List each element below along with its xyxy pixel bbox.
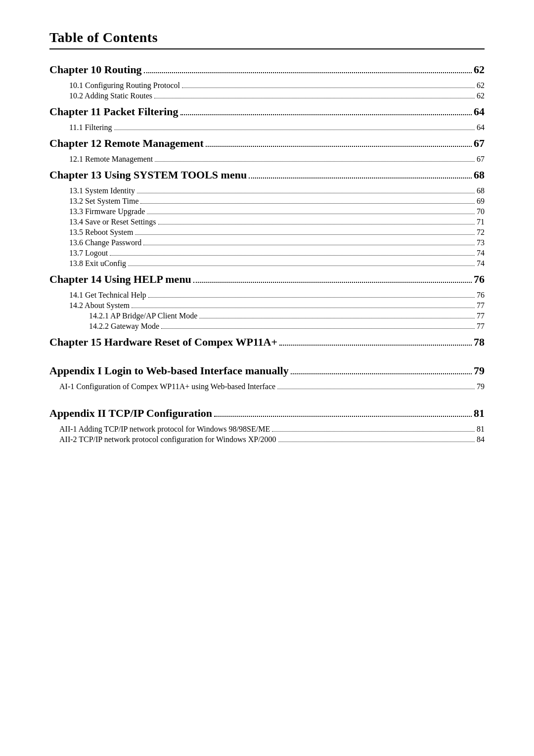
toc-item-page-13.5: 72 — [477, 228, 485, 237]
toc-item-14.2: 14.2 About System77 — [49, 301, 485, 310]
toc-item-page-14.2.2: 77 — [477, 322, 485, 331]
toc-item-label-10.1: 10.1 Configuring Routing Protocol — [69, 81, 180, 90]
chapter-label-ch12: Chapter 12 Remote Management — [49, 137, 204, 150]
toc-item-label-10.2: 10.2 Adding Static Routes — [69, 91, 152, 100]
toc-item-13.3: 13.3 Firmware Upgrade70 — [49, 207, 485, 216]
toc-item-label-13.1: 13.1 System Identity — [69, 186, 135, 195]
chapter-dots-ch14 — [193, 282, 472, 283]
toc-item-page-13.7: 74 — [477, 249, 485, 258]
toc-item-page-12.1: 67 — [477, 155, 485, 164]
toc-item-page-14.1: 76 — [477, 291, 485, 300]
toc-item-label-13.7: 13.7 Logout — [69, 249, 108, 258]
toc-item-13.8: 13.8 Exit uConfig74 — [49, 259, 485, 268]
appendix-page-appI: 79 — [474, 364, 485, 377]
toc-item-page-14.2: 77 — [477, 301, 485, 310]
toc-item-14.1: 14.1 Get Technical Help76 — [49, 291, 485, 300]
chapter-heading-ch12: Chapter 12 Remote Management67 — [49, 137, 485, 150]
toc-item-dots-14.2 — [132, 308, 475, 308]
toc-item-label-13.4: 13.4 Save or Reset Settings — [69, 218, 156, 226]
toc-item-dots-13.8 — [128, 266, 475, 266]
appendix-item-label-AII-1: AII-1 Adding TCP/IP network protocol for… — [59, 425, 270, 434]
toc-item-dots-14.2.2 — [161, 328, 475, 329]
chapter-dots-ch13 — [249, 178, 472, 178]
toc-item-11.1: 11.1 Filtering64 — [49, 123, 485, 132]
appendix-item-dots-AII-1 — [272, 431, 475, 432]
toc-item-page-14.2.1: 77 — [477, 311, 485, 320]
toc-item-page-10.2: 62 — [477, 91, 485, 100]
toc-item-label-13.3: 13.3 Firmware Upgrade — [69, 207, 145, 216]
toc-item-13.4: 13.4 Save or Reset Settings71 — [49, 218, 485, 226]
appendix-heading-appI: Appendix I Login to Web-based Interface … — [49, 364, 485, 377]
toc-item-13.6: 13.6 Change Password73 — [49, 238, 485, 247]
toc-item-dots-13.3 — [147, 214, 475, 214]
chapter-dots-ch11 — [180, 114, 472, 115]
toc-item-dots-13.7 — [110, 255, 475, 256]
chapter-page-ch11: 64 — [474, 105, 485, 118]
toc-item-dots-10.2 — [154, 98, 475, 98]
chapter-heading-ch14: Chapter 14 Using HELP menu76 — [49, 273, 485, 286]
appendix-item-label-AII-2: AII-2 TCP/IP network protocol configurat… — [59, 435, 276, 444]
appendix-item-dots-AII-2 — [278, 442, 475, 442]
toc-item-dots-13.1 — [137, 193, 475, 193]
appendix-heading-appII: Appendix II TCP/IP Configuration81 — [49, 407, 485, 420]
appendix-label-appI: Appendix I Login to Web-based Interface … — [49, 364, 289, 377]
chapter-page-ch15: 78 — [474, 336, 485, 349]
toc-item-page-10.1: 62 — [477, 81, 485, 90]
toc-item-label-14.1: 14.1 Get Technical Help — [69, 291, 146, 300]
toc-item-dots-13.6 — [143, 245, 475, 245]
appendix-dots-appII — [214, 416, 472, 417]
toc-item-page-13.3: 70 — [477, 207, 485, 216]
toc-item-13.2: 13.2 Set System Time69 — [49, 197, 485, 206]
appendix-item-dots-AI-1 — [277, 389, 475, 389]
chapter-dots-ch15 — [279, 345, 472, 346]
toc-item-label-14.2.2: 14.2.2 Gateway Mode — [89, 322, 159, 331]
chapter-page-ch12: 67 — [474, 137, 485, 150]
toc-item-label-12.1: 12.1 Remote Management — [69, 155, 153, 164]
toc-item-label-13.8: 13.8 Exit uConfig — [69, 259, 126, 268]
chapter-page-ch14: 76 — [474, 273, 485, 286]
chapter-label-ch10: Chapter 10 Routing — [49, 63, 142, 76]
toc-item-dots-13.2 — [140, 203, 475, 204]
toc-item-label-13.5: 13.5 Reboot System — [69, 228, 133, 237]
appendix-page-appII: 81 — [474, 407, 485, 420]
appendix-item-page-AII-1: 81 — [477, 425, 485, 434]
toc-item-dots-13.4 — [158, 224, 475, 224]
chapter-label-ch13: Chapter 13 Using SYSTEM TOOLS menu — [49, 169, 247, 181]
appendices-container: Appendix I Login to Web-based Interface … — [49, 364, 485, 444]
toc-item-10.2: 10.2 Adding Static Routes62 — [49, 91, 485, 100]
chapter-heading-ch13: Chapter 13 Using SYSTEM TOOLS menu68 — [49, 169, 485, 181]
toc-item-label-11.1: 11.1 Filtering — [69, 123, 112, 132]
toc-item-dots-13.5 — [135, 234, 475, 235]
chapters-container: Chapter 10 Routing6210.1 Configuring Rou… — [49, 63, 485, 349]
chapter-dots-ch10 — [144, 72, 472, 73]
appendix-item-AII-1: AII-1 Adding TCP/IP network protocol for… — [49, 425, 485, 434]
toc-item-page-13.4: 71 — [477, 218, 485, 226]
toc-item-label-13.2: 13.2 Set System Time — [69, 197, 138, 206]
chapter-heading-ch10: Chapter 10 Routing62 — [49, 63, 485, 76]
toc-item-page-13.2: 69 — [477, 197, 485, 206]
toc-item-page-13.6: 73 — [477, 238, 485, 247]
appendix-item-AII-2: AII-2 TCP/IP network protocol configurat… — [49, 435, 485, 444]
toc-item-dots-14.2.1 — [199, 318, 475, 318]
toc-item-13.5: 13.5 Reboot System72 — [49, 228, 485, 237]
toc-item-page-13.1: 68 — [477, 186, 485, 195]
chapter-page-ch13: 68 — [474, 169, 485, 181]
toc-item-13.1: 13.1 System Identity68 — [49, 186, 485, 195]
chapter-label-ch11: Chapter 11 Packet Filtering — [49, 105, 178, 118]
appendix-item-AI-1: AI-1 Configuration of Compex WP11A+ usin… — [49, 382, 485, 391]
toc-item-label-14.2: 14.2 About System — [69, 301, 130, 310]
chapter-heading-ch11: Chapter 11 Packet Filtering64 — [49, 105, 485, 118]
toc-item-12.1: 12.1 Remote Management67 — [49, 155, 485, 164]
chapter-label-ch15: Chapter 15 Hardware Reset of Compex WP11… — [49, 336, 277, 349]
appendix-dots-appI — [291, 373, 472, 374]
chapter-page-ch10: 62 — [474, 63, 485, 76]
toc-item-dots-11.1 — [114, 130, 475, 130]
toc-item-page-13.8: 74 — [477, 259, 485, 268]
toc-item-13.7: 13.7 Logout74 — [49, 249, 485, 258]
toc-title: Table of Contents — [49, 30, 485, 45]
appendix-item-page-AI-1: 79 — [477, 382, 485, 391]
toc-item-label-13.6: 13.6 Change Password — [69, 238, 141, 247]
chapter-dots-ch12 — [206, 146, 472, 147]
appendix-label-appII: Appendix II TCP/IP Configuration — [49, 407, 212, 420]
toc-item-dots-14.1 — [148, 297, 475, 298]
